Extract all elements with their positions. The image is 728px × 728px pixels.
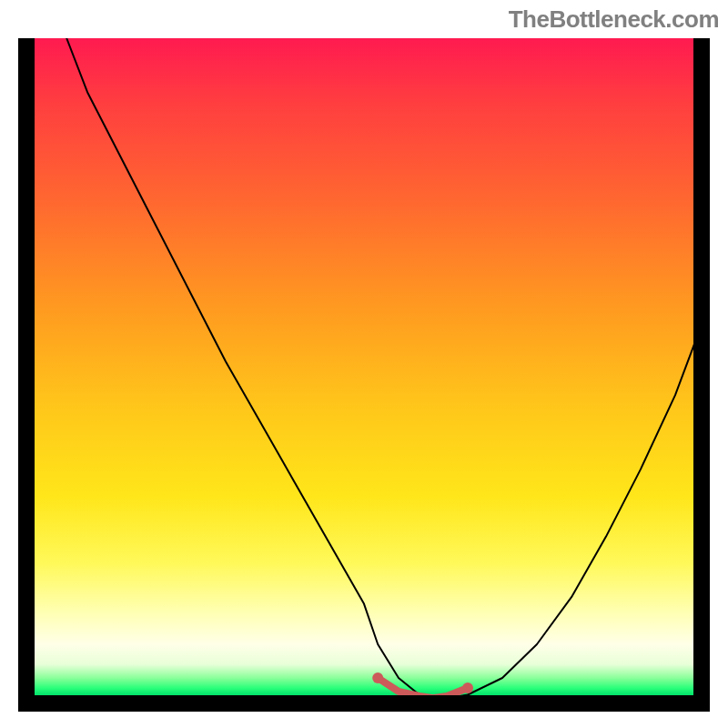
chart-container: TheBottleneck.com [0, 0, 728, 728]
watermark-text: TheBottleneck.com [509, 5, 719, 34]
plot-area [18, 38, 710, 712]
optimal-range-segment [378, 678, 468, 698]
highlight-svg [18, 38, 710, 712]
optimal-range-dot [462, 682, 473, 693]
optimal-range-dot [372, 672, 383, 683]
